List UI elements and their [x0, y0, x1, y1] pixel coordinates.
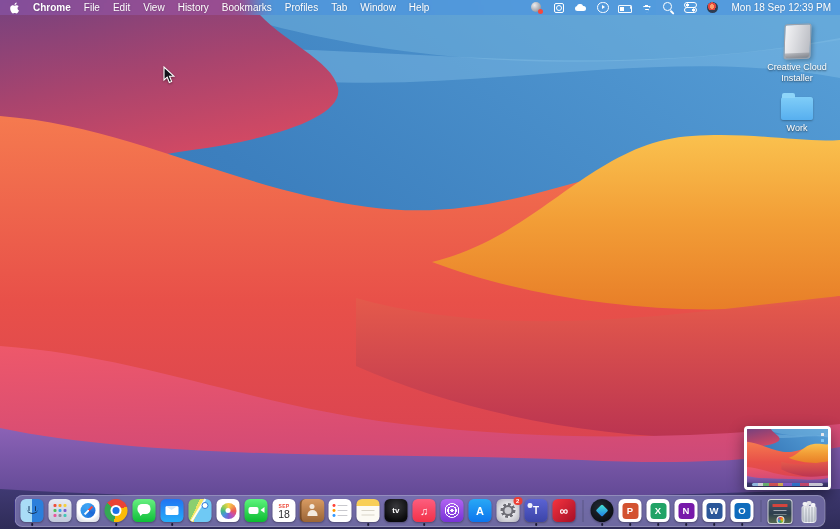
folder-icon — [781, 97, 813, 120]
running-indicator — [423, 523, 426, 526]
office-letter-tile: W — [706, 503, 722, 519]
dock-diamond-app[interactable] — [591, 496, 614, 526]
running-indicator — [31, 523, 34, 526]
active-app-menu[interactable]: Chrome — [33, 2, 71, 13]
office-letter-tile: X — [650, 503, 666, 519]
dock-system-preferences[interactable]: 2 — [497, 496, 520, 526]
dock-podcasts[interactable] — [441, 496, 464, 526]
onenote-app-icon: N — [675, 499, 698, 522]
mail-app-icon — [161, 499, 184, 522]
running-indicator — [115, 523, 118, 526]
dock-reminders[interactable] — [329, 496, 352, 526]
battery-charging-icon[interactable] — [618, 1, 631, 14]
excel-app-icon: X — [647, 499, 670, 522]
reminders-app-icon — [329, 499, 352, 522]
dock-mail[interactable] — [161, 496, 184, 526]
dock-apple-tv[interactable]: tv — [385, 496, 408, 526]
launchpad-app-icon — [49, 499, 72, 522]
finder-app-icon — [21, 499, 44, 522]
dock-contacts[interactable] — [301, 496, 324, 526]
desktop-icon-work-folder[interactable]: Work — [759, 91, 835, 134]
screenshot-preview-thumbnail[interactable] — [744, 426, 831, 490]
dock-safari[interactable] — [77, 496, 100, 526]
menu-bar-status-area: Mon 18 Sep 12:39 PM — [530, 1, 831, 14]
word-app-icon: W — [703, 499, 726, 522]
spotlight-search-icon[interactable] — [662, 1, 675, 14]
app-store-app-icon: A — [469, 499, 492, 522]
play-circle-icon[interactable] — [596, 1, 609, 14]
desktop-icons: Creative Cloud InstallerWork — [759, 24, 835, 133]
dock-recents-stack[interactable] — [769, 496, 792, 526]
podcasts-app-icon — [441, 499, 464, 522]
recents-stack-app-icon — [768, 499, 793, 524]
onedrive-cloud-icon[interactable] — [574, 1, 587, 14]
menu-history[interactable]: History — [178, 2, 209, 13]
running-indicator — [601, 523, 604, 526]
dock-facetime[interactable] — [245, 496, 268, 526]
dock-notes[interactable] — [357, 496, 380, 526]
dock-music[interactable]: ♫ — [413, 496, 436, 526]
dock-powerpoint[interactable]: P — [619, 496, 642, 526]
menu-file[interactable]: File — [84, 2, 100, 13]
notes-app-icon — [357, 499, 380, 522]
dock-outlook[interactable]: O — [731, 496, 754, 526]
creative-cloud-app-icon: ∞ — [553, 499, 576, 522]
apple-tv-app-icon: tv — [385, 499, 408, 522]
running-indicator — [367, 523, 370, 526]
dock-maps[interactable] — [189, 496, 212, 526]
outlook-status-icon[interactable] — [552, 1, 565, 14]
menu-window[interactable]: Window — [360, 2, 396, 13]
app-menus: FileEditViewHistoryBookmarksProfilesTabW… — [84, 2, 430, 13]
dock-launchpad[interactable] — [49, 496, 72, 526]
menu-bookmarks[interactable]: Bookmarks — [222, 2, 272, 13]
maps-app-icon — [189, 499, 212, 522]
facetime-app-icon — [245, 499, 268, 522]
dock-creative-cloud[interactable]: ∞ — [553, 496, 576, 526]
dock-app-store[interactable]: A — [469, 496, 492, 526]
notification-badge: 2 — [514, 497, 523, 506]
running-indicator — [535, 523, 538, 526]
menu-bar-clock[interactable]: Mon 18 Sep 12:39 PM — [731, 2, 831, 13]
dock-chrome[interactable] — [105, 496, 128, 526]
menu-view[interactable]: View — [143, 2, 165, 13]
office-letter-tile: O — [734, 503, 750, 519]
running-indicator — [741, 523, 744, 526]
desktop-icon-creative-cloud-installer[interactable]: Creative Cloud Installer — [759, 24, 835, 84]
app-glyph: tv — [392, 506, 400, 515]
teams-app-icon: T — [525, 499, 548, 522]
calendar-day-label: 18 — [278, 509, 290, 520]
siri-icon[interactable] — [706, 1, 719, 14]
dock-trash[interactable] — [797, 496, 820, 526]
desktop-screen: Chrome FileEditViewHistoryBookmarksProfi… — [0, 0, 840, 529]
dock-separator — [761, 500, 762, 522]
menu-bar: Chrome FileEditViewHistoryBookmarksProfi… — [0, 0, 840, 15]
control-center-icon[interactable] — [684, 1, 697, 14]
running-indicator — [657, 523, 660, 526]
photos-app-icon — [217, 499, 240, 522]
dock: SEP18tv♫A2T∞PXNWO — [15, 495, 826, 527]
dock-finder[interactable] — [21, 496, 44, 526]
installer-icon — [783, 23, 811, 59]
desktop-icon-label: Work — [787, 123, 808, 134]
mouse-cursor-arrow — [163, 66, 175, 84]
dock-word[interactable]: W — [703, 496, 726, 526]
notification-badge — [538, 9, 543, 14]
dock-photos[interactable] — [217, 496, 240, 526]
office-letter-tile: P — [622, 503, 638, 519]
menu-edit[interactable]: Edit — [113, 2, 130, 13]
menu-help[interactable]: Help — [409, 2, 430, 13]
dock-excel[interactable]: X — [647, 496, 670, 526]
wifi-icon[interactable] — [640, 1, 653, 14]
dock-messages[interactable] — [133, 496, 156, 526]
menu-tab[interactable]: Tab — [331, 2, 347, 13]
dock-calendar[interactable]: SEP18 — [273, 496, 296, 526]
menu-profiles[interactable]: Profiles — [285, 2, 318, 13]
sync-globe-icon[interactable] — [530, 1, 543, 14]
apple-menu-icon[interactable] — [9, 1, 20, 14]
desktop-wallpaper — [0, 0, 840, 529]
dock-teams[interactable]: T — [525, 496, 548, 526]
app-glyph: T — [533, 505, 539, 516]
dock-onenote[interactable]: N — [675, 496, 698, 526]
office-letter-tile: N — [678, 503, 694, 519]
chrome-app-icon — [105, 499, 128, 522]
